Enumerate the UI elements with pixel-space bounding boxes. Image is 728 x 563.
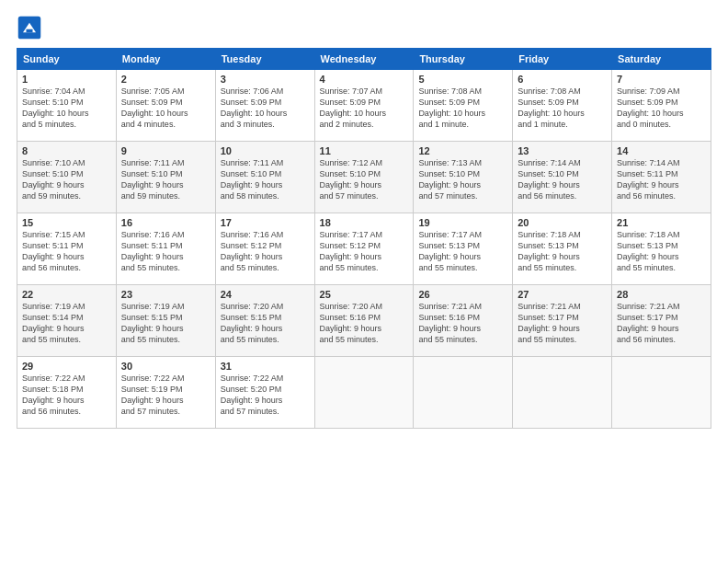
- day-cell: 14 Sunrise: 7:14 AMSunset: 5:11 PMDaylig…: [612, 142, 711, 213]
- logo-icon: [17, 15, 42, 40]
- week-row-3: 15 Sunrise: 7:15 AMSunset: 5:11 PMDaylig…: [17, 213, 711, 285]
- day-number: 9: [121, 145, 210, 156]
- day-number: 12: [418, 145, 507, 156]
- day-cell: 10 Sunrise: 7:11 AMSunset: 5:10 PMDaylig…: [215, 142, 314, 213]
- day-number: 23: [121, 289, 210, 300]
- day-cell: 20 Sunrise: 7:18 AMSunset: 5:13 PMDaylig…: [513, 213, 612, 285]
- day-number: 17: [221, 217, 310, 228]
- calendar-table: SundayMondayTuesdayWednesdayThursdayFrid…: [17, 48, 711, 429]
- day-number: 27: [518, 289, 607, 300]
- day-info: Sunrise: 7:20 AMSunset: 5:15 PMDaylight:…: [221, 301, 310, 346]
- day-number: 8: [22, 145, 111, 156]
- week-row-4: 22 Sunrise: 7:19 AMSunset: 5:14 PMDaylig…: [17, 285, 711, 357]
- calendar-body: 1 Sunrise: 7:04 AMSunset: 5:10 PMDayligh…: [17, 70, 711, 429]
- day-cell: 4 Sunrise: 7:07 AMSunset: 5:09 PMDayligh…: [314, 70, 414, 142]
- day-cell: 13 Sunrise: 7:14 AMSunset: 5:10 PMDaylig…: [513, 142, 612, 213]
- day-number: 30: [121, 361, 210, 372]
- day-number: 4: [320, 74, 409, 85]
- svg-rect-2: [27, 29, 33, 33]
- day-cell: [612, 357, 711, 429]
- day-info: Sunrise: 7:09 AMSunset: 5:09 PMDaylight:…: [617, 86, 706, 131]
- day-info: Sunrise: 7:08 AMSunset: 5:09 PMDaylight:…: [418, 86, 507, 131]
- day-number: 20: [518, 217, 607, 228]
- day-cell: 11 Sunrise: 7:12 AMSunset: 5:10 PMDaylig…: [314, 142, 414, 213]
- day-info: Sunrise: 7:11 AMSunset: 5:10 PMDaylight:…: [221, 157, 310, 202]
- day-cell: 23 Sunrise: 7:19 AMSunset: 5:15 PMDaylig…: [116, 285, 215, 357]
- day-info: Sunrise: 7:07 AMSunset: 5:09 PMDaylight:…: [320, 86, 409, 131]
- day-cell: 28 Sunrise: 7:21 AMSunset: 5:17 PMDaylig…: [612, 285, 711, 357]
- day-info: Sunrise: 7:10 AMSunset: 5:10 PMDaylight:…: [22, 157, 111, 202]
- day-cell: 17 Sunrise: 7:16 AMSunset: 5:12 PMDaylig…: [215, 213, 314, 285]
- col-header-wednesday: Wednesday: [314, 49, 414, 70]
- day-cell: 24 Sunrise: 7:20 AMSunset: 5:15 PMDaylig…: [215, 285, 314, 357]
- day-number: 11: [320, 145, 409, 156]
- col-header-saturday: Saturday: [612, 49, 711, 70]
- day-cell: 9 Sunrise: 7:11 AMSunset: 5:10 PMDayligh…: [116, 142, 215, 213]
- week-row-1: 1 Sunrise: 7:04 AMSunset: 5:10 PMDayligh…: [17, 70, 711, 142]
- day-info: Sunrise: 7:17 AMSunset: 5:13 PMDaylight:…: [418, 229, 507, 274]
- day-number: 21: [617, 217, 706, 228]
- day-info: Sunrise: 7:18 AMSunset: 5:13 PMDaylight:…: [518, 229, 607, 274]
- day-info: Sunrise: 7:05 AMSunset: 5:09 PMDaylight:…: [121, 86, 210, 131]
- day-cell: 5 Sunrise: 7:08 AMSunset: 5:09 PMDayligh…: [414, 70, 513, 142]
- day-number: 2: [121, 74, 210, 85]
- day-cell: 26 Sunrise: 7:21 AMSunset: 5:16 PMDaylig…: [414, 285, 513, 357]
- day-info: Sunrise: 7:13 AMSunset: 5:10 PMDaylight:…: [418, 157, 507, 202]
- day-number: 3: [221, 74, 310, 85]
- day-cell: 19 Sunrise: 7:17 AMSunset: 5:13 PMDaylig…: [414, 213, 513, 285]
- week-row-2: 8 Sunrise: 7:10 AMSunset: 5:10 PMDayligh…: [17, 142, 711, 213]
- day-cell: 31 Sunrise: 7:22 AMSunset: 5:20 PMDaylig…: [215, 357, 314, 429]
- day-info: Sunrise: 7:15 AMSunset: 5:11 PMDaylight:…: [22, 229, 111, 274]
- header-row: SundayMondayTuesdayWednesdayThursdayFrid…: [17, 49, 711, 70]
- day-info: Sunrise: 7:17 AMSunset: 5:12 PMDaylight:…: [320, 229, 409, 274]
- day-info: Sunrise: 7:12 AMSunset: 5:10 PMDaylight:…: [320, 157, 409, 202]
- day-number: 13: [518, 145, 607, 156]
- day-number: 6: [518, 74, 607, 85]
- day-info: Sunrise: 7:16 AMSunset: 5:12 PMDaylight:…: [221, 229, 310, 274]
- day-info: Sunrise: 7:04 AMSunset: 5:10 PMDaylight:…: [22, 86, 111, 131]
- day-info: Sunrise: 7:14 AMSunset: 5:10 PMDaylight:…: [518, 157, 607, 202]
- day-info: Sunrise: 7:21 AMSunset: 5:17 PMDaylight:…: [617, 301, 706, 346]
- col-header-thursday: Thursday: [414, 49, 513, 70]
- day-info: Sunrise: 7:06 AMSunset: 5:09 PMDaylight:…: [221, 86, 310, 131]
- day-cell: 29 Sunrise: 7:22 AMSunset: 5:18 PMDaylig…: [17, 357, 117, 429]
- day-cell: 8 Sunrise: 7:10 AMSunset: 5:10 PMDayligh…: [17, 142, 117, 213]
- day-number: 15: [22, 217, 111, 228]
- day-number: 14: [617, 145, 706, 156]
- day-info: Sunrise: 7:18 AMSunset: 5:13 PMDaylight:…: [617, 229, 706, 274]
- day-number: 18: [320, 217, 409, 228]
- col-header-tuesday: Tuesday: [215, 49, 314, 70]
- page: SundayMondayTuesdayWednesdayThursdayFrid…: [0, 0, 728, 563]
- day-cell: [314, 357, 414, 429]
- day-info: Sunrise: 7:19 AMSunset: 5:14 PMDaylight:…: [22, 301, 111, 346]
- col-header-sunday: Sunday: [17, 49, 117, 70]
- day-cell: 3 Sunrise: 7:06 AMSunset: 5:09 PMDayligh…: [215, 70, 314, 142]
- day-number: 28: [617, 289, 706, 300]
- day-cell: 25 Sunrise: 7:20 AMSunset: 5:16 PMDaylig…: [314, 285, 414, 357]
- day-number: 16: [121, 217, 210, 228]
- day-number: 26: [418, 289, 507, 300]
- day-info: Sunrise: 7:22 AMSunset: 5:20 PMDaylight:…: [221, 373, 310, 418]
- day-info: Sunrise: 7:19 AMSunset: 5:15 PMDaylight:…: [121, 301, 210, 346]
- day-cell: 6 Sunrise: 7:08 AMSunset: 5:09 PMDayligh…: [513, 70, 612, 142]
- day-info: Sunrise: 7:21 AMSunset: 5:17 PMDaylight:…: [518, 301, 607, 346]
- header: [17, 15, 711, 40]
- day-number: 29: [22, 361, 111, 372]
- day-info: Sunrise: 7:22 AMSunset: 5:18 PMDaylight:…: [22, 373, 111, 418]
- day-info: Sunrise: 7:11 AMSunset: 5:10 PMDaylight:…: [121, 157, 210, 202]
- day-cell: 7 Sunrise: 7:09 AMSunset: 5:09 PMDayligh…: [612, 70, 711, 142]
- col-header-friday: Friday: [513, 49, 612, 70]
- day-number: 22: [22, 289, 111, 300]
- day-number: 19: [418, 217, 507, 228]
- day-cell: [414, 357, 513, 429]
- day-info: Sunrise: 7:20 AMSunset: 5:16 PMDaylight:…: [320, 301, 409, 346]
- day-number: 1: [22, 74, 111, 85]
- day-cell: 12 Sunrise: 7:13 AMSunset: 5:10 PMDaylig…: [414, 142, 513, 213]
- day-cell: 22 Sunrise: 7:19 AMSunset: 5:14 PMDaylig…: [17, 285, 117, 357]
- day-cell: 21 Sunrise: 7:18 AMSunset: 5:13 PMDaylig…: [612, 213, 711, 285]
- day-cell: 30 Sunrise: 7:22 AMSunset: 5:19 PMDaylig…: [116, 357, 215, 429]
- day-number: 10: [221, 145, 310, 156]
- day-cell: [513, 357, 612, 429]
- day-number: 7: [617, 74, 706, 85]
- day-number: 5: [418, 74, 507, 85]
